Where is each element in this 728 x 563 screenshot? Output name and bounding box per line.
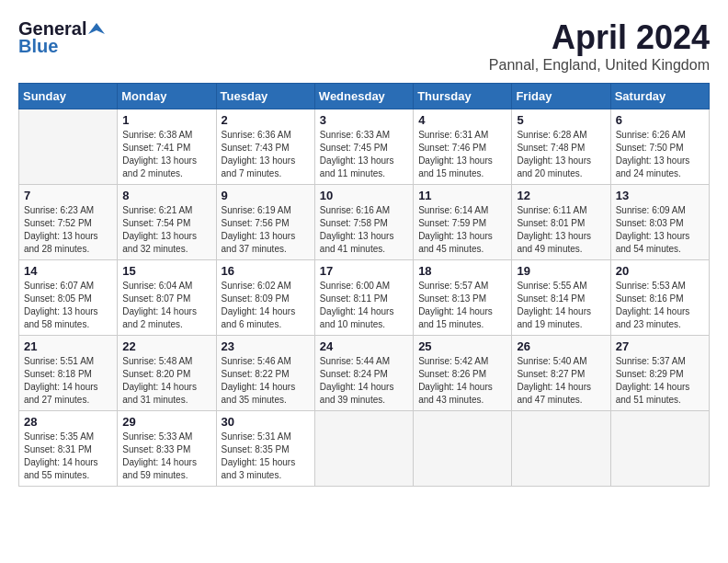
day-info: Sunrise: 6:28 AMSunset: 7:48 PMDaylight:… [517, 129, 605, 180]
calendar-day-cell: 21Sunrise: 5:51 AMSunset: 8:18 PMDayligh… [19, 336, 118, 411]
calendar-week-row: 28Sunrise: 5:35 AMSunset: 8:31 PMDayligh… [19, 411, 710, 487]
day-number: 23 [222, 339, 310, 353]
calendar-day-cell: 14Sunrise: 6:07 AMSunset: 8:05 PMDayligh… [19, 260, 118, 336]
calendar-week-row: 7Sunrise: 6:23 AMSunset: 7:52 PMDaylight… [19, 185, 710, 260]
day-info: Sunrise: 6:16 AMSunset: 7:58 PMDaylight:… [320, 204, 408, 256]
calendar-day-cell: 25Sunrise: 5:42 AMSunset: 8:26 PMDayligh… [414, 336, 512, 411]
calendar-day-cell: 30Sunrise: 5:31 AMSunset: 8:35 PMDayligh… [216, 411, 314, 487]
calendar-day-cell: 12Sunrise: 6:11 AMSunset: 8:01 PMDayligh… [512, 185, 610, 260]
day-info: Sunrise: 6:04 AMSunset: 8:07 PMDaylight:… [122, 280, 210, 331]
day-info: Sunrise: 5:35 AMSunset: 8:31 PMDaylight:… [24, 431, 112, 482]
calendar-day-cell: 27Sunrise: 5:37 AMSunset: 8:29 PMDayligh… [610, 336, 709, 411]
logo: General Blue [18, 18, 105, 57]
day-number: 14 [24, 264, 112, 278]
weekday-header: Tuesday [216, 84, 314, 109]
day-number: 26 [517, 339, 605, 353]
day-info: Sunrise: 6:14 AMSunset: 7:59 PMDaylight:… [418, 204, 506, 256]
day-number: 16 [222, 264, 310, 278]
day-info: Sunrise: 6:23 AMSunset: 7:52 PMDaylight:… [24, 204, 112, 256]
day-number: 10 [320, 189, 408, 202]
day-info: Sunrise: 5:33 AMSunset: 8:33 PMDaylight:… [122, 431, 210, 482]
day-number: 8 [122, 189, 210, 202]
calendar-day-cell: 16Sunrise: 6:02 AMSunset: 8:09 PMDayligh… [216, 260, 314, 336]
day-info: Sunrise: 6:31 AMSunset: 7:46 PMDaylight:… [418, 129, 506, 180]
day-info: Sunrise: 6:09 AMSunset: 8:03 PMDaylight:… [616, 204, 704, 256]
day-number: 6 [616, 113, 704, 127]
svg-marker-0 [88, 23, 105, 34]
day-info: Sunrise: 5:48 AMSunset: 8:20 PMDaylight:… [122, 355, 210, 407]
weekday-header: Thursday [414, 84, 512, 109]
calendar-table: SundayMondayTuesdayWednesdayThursdayFrid… [18, 83, 710, 487]
day-number: 1 [122, 113, 210, 127]
logo-blue: Blue [18, 36, 58, 57]
day-info: Sunrise: 5:44 AMSunset: 8:24 PMDaylight:… [320, 355, 408, 407]
day-number: 21 [24, 339, 112, 353]
calendar-day-cell: 19Sunrise: 5:55 AMSunset: 8:14 PMDayligh… [512, 260, 610, 336]
day-number: 27 [616, 339, 704, 353]
weekday-header: Sunday [19, 84, 118, 109]
day-info: Sunrise: 5:37 AMSunset: 8:29 PMDaylight:… [616, 355, 704, 407]
calendar-day-cell: 4Sunrise: 6:31 AMSunset: 7:46 PMDaylight… [414, 109, 512, 185]
day-info: Sunrise: 5:51 AMSunset: 8:18 PMDaylight:… [24, 355, 112, 407]
day-number: 20 [616, 264, 704, 278]
calendar-day-cell [512, 411, 610, 487]
calendar-day-cell: 15Sunrise: 6:04 AMSunset: 8:07 PMDayligh… [118, 260, 216, 336]
day-info: Sunrise: 5:57 AMSunset: 8:13 PMDaylight:… [418, 280, 506, 331]
day-number: 12 [517, 189, 605, 202]
day-number: 9 [222, 189, 310, 202]
calendar-week-row: 14Sunrise: 6:07 AMSunset: 8:05 PMDayligh… [19, 260, 710, 336]
day-number: 4 [418, 113, 506, 127]
day-info: Sunrise: 6:19 AMSunset: 7:56 PMDaylight:… [222, 204, 310, 256]
day-info: Sunrise: 6:33 AMSunset: 7:45 PMDaylight:… [320, 129, 408, 180]
calendar-day-cell: 2Sunrise: 6:36 AMSunset: 7:43 PMDaylight… [216, 109, 314, 185]
calendar-day-cell: 22Sunrise: 5:48 AMSunset: 8:20 PMDayligh… [118, 336, 216, 411]
calendar-day-cell [610, 411, 709, 487]
calendar-header-row: SundayMondayTuesdayWednesdayThursdayFrid… [19, 84, 710, 109]
weekday-header: Monday [118, 84, 216, 109]
day-info: Sunrise: 6:02 AMSunset: 8:09 PMDaylight:… [222, 280, 310, 331]
day-info: Sunrise: 6:38 AMSunset: 7:41 PMDaylight:… [122, 129, 210, 180]
title-section: April 2024 Pannal, England, United Kingd… [489, 18, 710, 74]
calendar-day-cell: 10Sunrise: 6:16 AMSunset: 7:58 PMDayligh… [314, 185, 413, 260]
calendar-day-cell [19, 109, 118, 185]
weekday-header: Saturday [610, 84, 709, 109]
day-info: Sunrise: 5:53 AMSunset: 8:16 PMDaylight:… [616, 280, 704, 331]
calendar-week-row: 21Sunrise: 5:51 AMSunset: 8:18 PMDayligh… [19, 336, 710, 411]
day-info: Sunrise: 5:46 AMSunset: 8:22 PMDaylight:… [222, 355, 310, 407]
day-number: 25 [418, 339, 506, 353]
day-info: Sunrise: 6:21 AMSunset: 7:54 PMDaylight:… [122, 204, 210, 256]
day-number: 18 [418, 264, 506, 278]
calendar-day-cell: 24Sunrise: 5:44 AMSunset: 8:24 PMDayligh… [314, 336, 413, 411]
calendar-day-cell: 5Sunrise: 6:28 AMSunset: 7:48 PMDaylight… [512, 109, 610, 185]
day-number: 17 [320, 264, 408, 278]
location: Pannal, England, United Kingdom [489, 57, 710, 74]
day-info: Sunrise: 6:11 AMSunset: 8:01 PMDaylight:… [517, 204, 605, 256]
day-number: 15 [122, 264, 210, 278]
day-number: 11 [418, 189, 506, 202]
day-info: Sunrise: 5:40 AMSunset: 8:27 PMDaylight:… [517, 355, 605, 407]
day-info: Sunrise: 6:00 AMSunset: 8:11 PMDaylight:… [320, 280, 408, 331]
page-header: General Blue April 2024 Pannal, England,… [18, 18, 710, 74]
day-number: 13 [616, 189, 704, 202]
day-number: 7 [24, 189, 112, 202]
calendar-day-cell: 9Sunrise: 6:19 AMSunset: 7:56 PMDaylight… [216, 185, 314, 260]
calendar-day-cell: 6Sunrise: 6:26 AMSunset: 7:50 PMDaylight… [610, 109, 709, 185]
calendar-day-cell: 8Sunrise: 6:21 AMSunset: 7:54 PMDaylight… [118, 185, 216, 260]
weekday-header: Friday [512, 84, 610, 109]
day-number: 19 [517, 264, 605, 278]
calendar-day-cell: 17Sunrise: 6:00 AMSunset: 8:11 PMDayligh… [314, 260, 413, 336]
day-info: Sunrise: 5:42 AMSunset: 8:26 PMDaylight:… [418, 355, 506, 407]
day-number: 30 [222, 415, 310, 429]
calendar-day-cell: 28Sunrise: 5:35 AMSunset: 8:31 PMDayligh… [19, 411, 118, 487]
day-info: Sunrise: 5:55 AMSunset: 8:14 PMDaylight:… [517, 280, 605, 331]
day-info: Sunrise: 6:36 AMSunset: 7:43 PMDaylight:… [222, 129, 310, 180]
day-info: Sunrise: 6:07 AMSunset: 8:05 PMDaylight:… [24, 280, 112, 331]
day-info: Sunrise: 6:26 AMSunset: 7:50 PMDaylight:… [616, 129, 704, 180]
calendar-day-cell: 13Sunrise: 6:09 AMSunset: 8:03 PMDayligh… [610, 185, 709, 260]
calendar-day-cell: 3Sunrise: 6:33 AMSunset: 7:45 PMDaylight… [314, 109, 413, 185]
day-number: 2 [222, 113, 310, 127]
day-number: 5 [517, 113, 605, 127]
calendar-day-cell [314, 411, 413, 487]
calendar-day-cell: 20Sunrise: 5:53 AMSunset: 8:16 PMDayligh… [610, 260, 709, 336]
calendar-day-cell: 11Sunrise: 6:14 AMSunset: 7:59 PMDayligh… [414, 185, 512, 260]
